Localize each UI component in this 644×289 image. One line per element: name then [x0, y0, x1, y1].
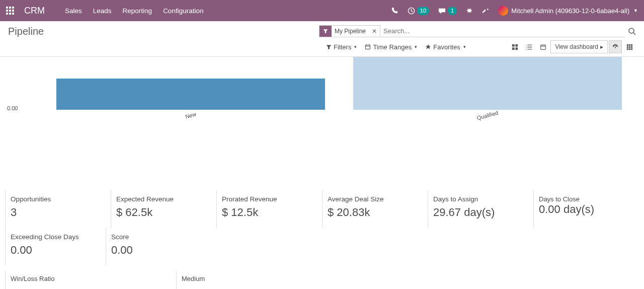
dev-tools-icon[interactable]	[482, 7, 489, 14]
favorites-dropdown[interactable]: Favorites▾	[425, 43, 465, 51]
svg-rect-11	[628, 44, 630, 45]
kpi-row-2: Exceeding Close Days0.00 Score0.00	[5, 228, 639, 266]
bar-new	[56, 79, 325, 110]
svg-rect-3	[366, 45, 370, 49]
bar-qualified	[353, 57, 622, 110]
search-input[interactable]	[380, 25, 625, 37]
nav-configuration[interactable]: Configuration	[163, 7, 203, 15]
list-view-button[interactable]	[522, 40, 535, 53]
dashboard-view-button[interactable]	[609, 40, 622, 53]
dashboard-main: 0.00 New Qualified Opportunities3 Expect…	[0, 56, 644, 289]
svg-rect-7	[515, 47, 518, 50]
view-dashboard-tooltip: View dashboard▸	[550, 40, 608, 53]
svg-rect-15	[630, 46, 632, 47]
facet-label: My Pipeline	[332, 26, 369, 37]
kpi-average-deal-size[interactable]: Average Deal Size$ 20.83k	[322, 190, 428, 228]
top-navbar: CRM Sales Leads Reporting Configuration …	[0, 0, 644, 21]
svg-rect-8	[540, 45, 545, 49]
kpi-score[interactable]: Score0.00	[106, 228, 206, 266]
kpi-expected-revenue[interactable]: Expected Revenue$ 62.5k	[111, 190, 216, 228]
search-facet: My Pipeline ✕	[319, 25, 380, 37]
control-panel: Pipeline My Pipeline ✕ Filters▾ Tim	[0, 21, 644, 56]
view-switcher: View dashboard▸	[508, 40, 636, 53]
svg-rect-10	[626, 44, 628, 45]
svg-point-2	[629, 28, 634, 33]
activity-icon[interactable]: 10	[408, 7, 429, 15]
filters-dropdown[interactable]: Filters▾	[326, 43, 357, 51]
page-title: Pipeline	[8, 26, 44, 37]
sub-charts-row: Win/Loss Ratio Medium Email Undefined	[5, 271, 639, 289]
kpi-row-1: Opportunities3 Expected Revenue$ 62.5k P…	[5, 190, 639, 228]
calendar-view-button[interactable]	[536, 40, 549, 53]
svg-rect-17	[628, 48, 630, 49]
kpi-days-to-assign[interactable]: Days to Assign29.67 day(s)	[428, 190, 533, 228]
kpi-days-to-close[interactable]: Days to Close0.00 day(s)	[533, 190, 639, 228]
app-brand[interactable]: CRM	[24, 6, 45, 16]
svg-rect-18	[630, 48, 632, 49]
svg-rect-5	[515, 44, 518, 46]
nav-menu: Sales Leads Reporting Configuration	[65, 7, 203, 15]
y-tick-label: 0.00	[7, 105, 18, 111]
messages-icon[interactable]: 1	[438, 7, 457, 15]
svg-rect-16	[626, 48, 628, 49]
kpi-exceeding-close-days[interactable]: Exceeding Close Days0.00	[5, 228, 106, 266]
filter-icon	[319, 26, 332, 37]
svg-rect-12	[630, 44, 632, 45]
avatar	[498, 6, 508, 16]
filter-buttons: Filters▾ Time Ranges▾ Favorites▾	[326, 43, 466, 51]
winloss-chart: Win/Loss Ratio	[5, 271, 166, 289]
nav-sales[interactable]: Sales	[65, 7, 82, 15]
kpi-prorated-revenue[interactable]: Prorated Revenue$ 12.5k	[216, 190, 322, 228]
user-menu[interactable]: Mitchell Admin (409630-12-0-6abae4-all) …	[498, 6, 638, 16]
svg-rect-6	[512, 47, 514, 50]
messages-badge: 1	[448, 7, 457, 15]
other-view-button[interactable]	[623, 40, 636, 53]
facet-remove[interactable]: ✕	[369, 26, 380, 37]
systray: 10 1 Mitchell Admin (409630-12-0-6abae4-…	[391, 6, 638, 16]
apps-icon[interactable]	[6, 7, 14, 15]
search-icon[interactable]	[628, 27, 636, 35]
kanban-view-button[interactable]	[508, 40, 521, 53]
nav-reporting[interactable]: Reporting	[123, 7, 152, 15]
nav-leads[interactable]: Leads	[93, 7, 112, 15]
debug-icon[interactable]	[466, 7, 473, 14]
svg-rect-4	[512, 44, 514, 46]
svg-point-9	[615, 47, 616, 48]
kpi-opportunities[interactable]: Opportunities3	[5, 190, 111, 228]
pipeline-bar-chart: 0.00 New Qualified	[30, 57, 636, 150]
user-name: Mitchell Admin (409630-12-0-6abae4-all)	[511, 7, 629, 15]
svg-rect-13	[626, 46, 628, 47]
timeranges-dropdown[interactable]: Time Ranges▾	[365, 43, 417, 51]
caret-down-icon: ▼	[633, 8, 638, 13]
search-bar: My Pipeline ✕	[319, 25, 636, 37]
phone-icon[interactable]	[391, 7, 398, 14]
activity-badge: 10	[417, 7, 429, 15]
svg-point-1	[468, 9, 471, 13]
svg-rect-14	[628, 46, 630, 47]
medium-chart: Medium Email Undefined	[176, 271, 639, 289]
